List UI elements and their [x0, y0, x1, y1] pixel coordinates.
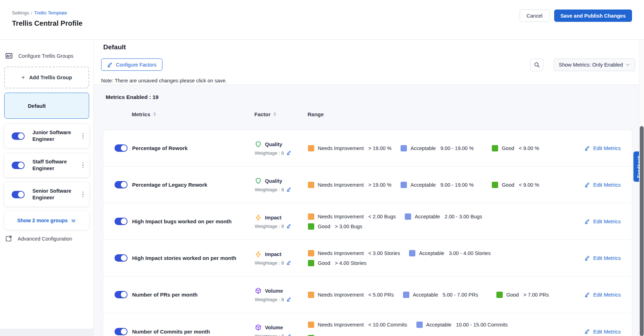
- factor-cell: Impact Weightage : 8: [255, 251, 308, 266]
- sort-icon[interactable]: [273, 112, 276, 116]
- range-value: < 9.00 %: [519, 145, 539, 151]
- kebab-menu-icon[interactable]: [80, 160, 86, 170]
- kebab-menu-icon[interactable]: [80, 189, 86, 200]
- range-value: < 2.00 Bugs: [369, 214, 396, 219]
- range-color-swatch: [308, 223, 314, 230]
- edit-metrics-link[interactable]: Edit Metrics: [584, 329, 621, 335]
- range-value: > 4.00 Stories: [335, 260, 366, 266]
- edit-weightage-pencil-icon[interactable]: [286, 297, 291, 302]
- group-name: Staff Software Engineer: [32, 158, 75, 172]
- edit-metrics-link[interactable]: Edit Metrics: [584, 182, 621, 188]
- edit-weightage-pencil-icon[interactable]: [286, 224, 291, 229]
- breadcrumb-settings-link[interactable]: Settings: [12, 10, 29, 15]
- edit-weightage-pencil-icon[interactable]: [286, 334, 291, 336]
- range-chip: Good > 4.00 Stories: [308, 260, 366, 266]
- range-level-label: Needs Improvement: [318, 145, 364, 151]
- table-row: Percentage of Legacy Rework Quality Weig…: [103, 167, 632, 203]
- edit-weightage-pencil-icon[interactable]: [286, 260, 291, 265]
- quality-shield-icon: [255, 178, 262, 185]
- app-header: Settings/Trellis Template Trellis Centra…: [0, 0, 644, 40]
- range-chip: Needs Improvement > 19.00 %: [308, 145, 391, 151]
- metric-enabled-toggle[interactable]: [114, 144, 128, 152]
- trellis-groups-badge-icon: [5, 52, 13, 60]
- show-more-groups-label: Show 2 more groups: [17, 218, 68, 223]
- metric-enabled-toggle[interactable]: [114, 218, 128, 225]
- kebab-menu-icon[interactable]: [80, 131, 86, 141]
- add-trellis-group-button[interactable]: + Add Trellis Group: [4, 67, 89, 88]
- metrics-table-card: Percentage of Rework Quality Weightage :…: [103, 130, 632, 336]
- column-header-factor[interactable]: Factor: [254, 111, 308, 117]
- factor-cell: Volume Weightage : 8: [255, 324, 308, 336]
- weightage-value: Weightage : 8: [255, 260, 284, 266]
- sidebar-section-header: Configure Trellis Groups: [5, 52, 73, 60]
- unsaved-changes-note: Note: There are unsaved changes please c…: [101, 78, 227, 83]
- range-chip: Needs Improvement < 5.00 PRs: [308, 292, 394, 298]
- breadcrumb-separator: /: [31, 10, 32, 15]
- edit-metrics-link[interactable]: Edit Metrics: [584, 218, 621, 224]
- vertical-scrollbar-thumb[interactable]: [640, 126, 644, 336]
- table-row: High Impact bugs worked on per month Imp…: [103, 203, 632, 240]
- metrics-enabled-count: Metrics Enabled : 19: [106, 94, 159, 100]
- chevron-down-icon: [625, 62, 630, 67]
- page-title: Trellis Central Profile: [12, 19, 82, 27]
- metric-name: Percentage of Legacy Rework: [132, 182, 255, 188]
- metric-enabled-toggle[interactable]: [114, 254, 128, 262]
- show-more-groups-button[interactable]: Show 2 more groups: [4, 211, 89, 230]
- group-name: Senior Software Engineer: [32, 188, 75, 201]
- group-enabled-toggle[interactable]: [12, 191, 25, 198]
- main-content: Default Configure Factors Note: There ar…: [94, 40, 644, 336]
- metric-enabled-toggle[interactable]: [114, 328, 128, 335]
- range-level-label: Needs Improvement: [318, 250, 364, 256]
- factor-name: Quality: [265, 178, 282, 184]
- range-color-swatch: [308, 292, 314, 298]
- factor-cell: Volume Weightage : 8: [255, 287, 308, 302]
- range-cell: Needs Improvement < 2.00 Bugs Acceptable…: [308, 213, 557, 230]
- save-and-publish-button[interactable]: Save and Publish Changes: [554, 10, 632, 22]
- metric-enabled-toggle[interactable]: [114, 291, 128, 298]
- sort-icon[interactable]: [153, 112, 156, 116]
- sidebar-group-card[interactable]: Senior Software Engineer: [4, 182, 89, 206]
- metric-enabled-toggle[interactable]: [114, 181, 128, 188]
- sidebar: Configure Trellis Groups + Add Trellis G…: [0, 40, 94, 329]
- configure-factors-button[interactable]: Configure Factors: [101, 58, 162, 71]
- group-enabled-toggle[interactable]: [12, 132, 25, 140]
- range-chip: Acceptable 9.00 - 19.00 %: [401, 182, 473, 188]
- group-page-title: Default: [103, 43, 126, 51]
- range-level-label: Needs Improvement: [318, 292, 364, 298]
- column-header-metrics[interactable]: Metrics: [132, 111, 254, 117]
- sidebar-group-card[interactable]: Staff Software Engineer: [4, 153, 89, 177]
- range-color-swatch: [401, 145, 407, 151]
- range-level-label: Good: [502, 182, 514, 188]
- edit-metrics-link[interactable]: Edit Metrics: [584, 145, 621, 151]
- edit-pencil-icon: [107, 62, 113, 68]
- table-row: Percentage of Rework Quality Weightage :…: [103, 130, 632, 167]
- search-icon: [534, 62, 540, 68]
- header-actions: Cancel Save and Publish Changes: [520, 10, 632, 22]
- range-color-swatch: [308, 182, 314, 188]
- factor-cell: Quality Weightage : 8: [255, 178, 308, 192]
- metrics-rows: Percentage of Rework Quality Weightage :…: [103, 130, 632, 336]
- edit-weightage-pencil-icon[interactable]: [286, 187, 291, 192]
- impact-lightning-icon: [255, 251, 262, 258]
- cancel-button[interactable]: Cancel: [520, 10, 550, 22]
- factor-cell: Impact Weightage : 8: [255, 214, 308, 229]
- range-value: 9.00 - 19.00 %: [440, 182, 473, 188]
- range-value: < 3.00 Stories: [369, 250, 400, 256]
- range-chip: Acceptable 10.00 - 15.00 Commits: [416, 322, 508, 328]
- edit-metrics-link[interactable]: Edit Metrics: [584, 255, 621, 261]
- advanced-configuration-link[interactable]: Advanced Configuration: [5, 235, 72, 242]
- edit-metrics-link[interactable]: Edit Metrics: [584, 292, 621, 298]
- group-enabled-toggle[interactable]: [12, 162, 25, 169]
- range-chip: Needs Improvement < 10.00 Commits: [308, 322, 407, 328]
- sidebar-group-card[interactable]: Junior Software Engineer: [4, 124, 89, 148]
- sidebar-item-default-group[interactable]: Default: [4, 93, 89, 119]
- range-level-label: Acceptable: [410, 182, 436, 188]
- edit-weightage-pencil-icon[interactable]: [286, 150, 291, 155]
- show-metrics-filter-dropdown[interactable]: Show Metrics: Only Enabled: [554, 58, 635, 71]
- table-header-row: Metrics Factor Range: [103, 110, 632, 118]
- breadcrumb-trellis-template-link[interactable]: Trellis Template: [34, 10, 67, 15]
- edit-metrics-label: Edit Metrics: [593, 329, 621, 335]
- range-value: 10.00 - 15.00 Commits: [456, 322, 508, 328]
- range-value: 2.00 - 3.00 Bugs: [445, 214, 482, 219]
- search-button[interactable]: [530, 58, 543, 71]
